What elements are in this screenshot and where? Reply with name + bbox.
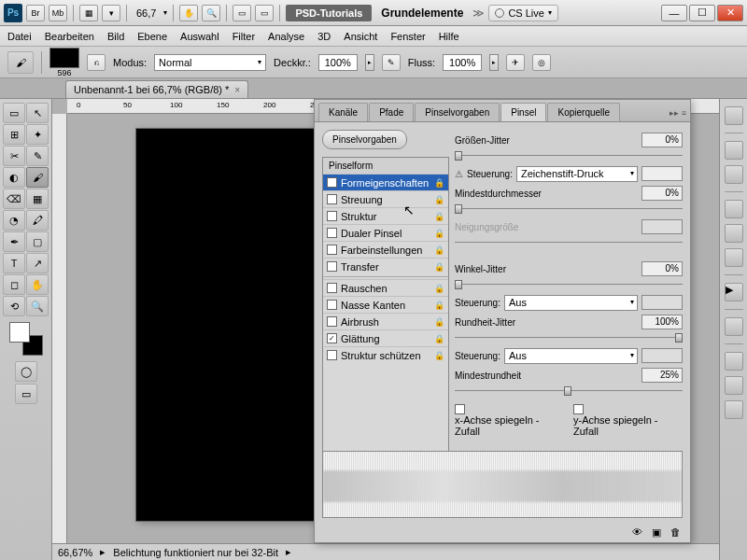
tool-4[interactable]: ✂ (3, 146, 25, 166)
checkbox[interactable]: ✓ (327, 177, 337, 188)
status-zoom[interactable]: 66,67% (58, 547, 92, 558)
airbrush-btn[interactable]: ✈ (506, 54, 525, 71)
dock-paths-icon[interactable] (725, 400, 743, 419)
lock-icon[interactable]: 🔒 (434, 212, 444, 221)
tool-13[interactable]: ▢ (26, 231, 49, 252)
menu-ansicht[interactable]: Ansicht (344, 31, 377, 42)
arrange-btn[interactable]: ▭ (233, 5, 251, 21)
lock-icon[interactable]: 🔒 (434, 301, 444, 310)
checkbox[interactable] (327, 194, 337, 204)
menu-filter[interactable]: Filter (233, 31, 255, 42)
min-diameter-value[interactable]: 0% (641, 186, 683, 201)
cslive-btn[interactable]: CS Live▾ (488, 5, 558, 21)
checkbox[interactable] (327, 261, 337, 272)
list-header[interactable]: Pinselform (323, 158, 448, 174)
control-select-2[interactable]: Aus (504, 295, 638, 311)
checkbox[interactable] (327, 300, 337, 310)
checkbox[interactable] (327, 283, 337, 293)
minibridge-btn[interactable]: Mb (49, 5, 67, 21)
dock-hist-icon[interactable] (725, 317, 743, 336)
view-btn[interactable]: ▦ (79, 5, 98, 21)
hand-btn[interactable]: ✋ (179, 5, 198, 21)
lock-icon[interactable]: 🔒 (434, 262, 444, 272)
min-diameter-slider[interactable] (455, 204, 683, 214)
lock-icon[interactable]: 🔒 (434, 351, 444, 360)
lock-icon[interactable]: 🔒 (434, 334, 444, 343)
screenmode-btn[interactable]: ▭ (255, 5, 274, 21)
checkbox[interactable] (327, 245, 337, 255)
chevron-right-icon[interactable]: ≫ (472, 7, 485, 20)
quickmask-btn[interactable]: ◯ (15, 361, 37, 382)
zoom-value[interactable]: 66,7 (133, 7, 160, 19)
roundness-jitter-slider[interactable] (455, 333, 683, 343)
lock-icon[interactable]: 🔒 (434, 317, 444, 327)
tool-12[interactable]: ✒ (3, 231, 25, 252)
tool-9[interactable]: ▦ (26, 189, 49, 209)
tool-17[interactable]: ✋ (26, 274, 49, 295)
list-item[interactable]: Rauschen🔒 (323, 279, 448, 296)
tool-10[interactable]: ◔ (3, 210, 25, 231)
tool-11[interactable]: 🖍 (26, 210, 49, 231)
menu-datei[interactable]: Datei (7, 31, 32, 42)
brush-tool-indicator[interactable]: 🖌 (7, 51, 34, 74)
bridge-btn[interactable]: Br (26, 5, 45, 21)
lock-icon[interactable]: 🔒 (434, 284, 444, 293)
menu-ebene[interactable]: Ebene (137, 31, 167, 42)
dock-icon-3[interactable] (725, 248, 743, 267)
screenmode-tool[interactable]: ▭ (15, 384, 37, 404)
min-roundness-value[interactable]: 25% (641, 368, 683, 383)
tool-8[interactable]: ⌫ (3, 189, 25, 209)
menu-auswahl[interactable]: Auswahl (180, 31, 219, 42)
new-preset-icon[interactable]: ▣ (652, 526, 661, 539)
min-roundness-slider[interactable] (455, 386, 683, 396)
panel-tab-pinselvorgaben[interactable]: Pinselvorgaben (415, 103, 500, 121)
angle-jitter-value[interactable]: 0% (641, 261, 683, 276)
tool-2[interactable]: ⊞ (3, 124, 25, 145)
lock-icon[interactable]: 🔒 (434, 195, 444, 204)
flow-input[interactable]: 100% (443, 54, 482, 71)
tool-19[interactable]: 🔍 (26, 296, 49, 316)
workspace-psd[interactable]: PSD-Tutorials (286, 5, 372, 21)
dock-play-icon[interactable]: ▶ (725, 283, 743, 301)
list-item[interactable]: Nasse Kanten🔒 (323, 296, 448, 313)
close-btn[interactable]: ✕ (717, 5, 743, 21)
lock-icon[interactable]: 🔒 (434, 245, 444, 255)
list-item[interactable]: Farbeinstellungen🔒 (323, 241, 448, 258)
view-btn2[interactable]: ▾ (102, 5, 120, 21)
flip-y-checkbox[interactable]: y-Achse spiegeln - Zufall (573, 404, 683, 437)
panel-menu-icon[interactable]: ▸▸ ≡ (666, 105, 690, 121)
opacity-input[interactable]: 100% (318, 54, 358, 71)
zoom-btn[interactable]: 🔍 (202, 5, 220, 21)
lock-icon[interactable]: 🔒 (434, 229, 444, 238)
trash-icon[interactable]: 🗑 (670, 526, 681, 539)
menu-hilfe[interactable]: Hilfe (439, 31, 459, 42)
dock-styles-icon[interactable] (725, 200, 743, 218)
menu-bearbeiten[interactable]: Bearbeiten (45, 31, 94, 42)
angle-jitter-slider[interactable] (455, 280, 683, 289)
dock-channels-icon[interactable] (725, 376, 743, 395)
tool-18[interactable]: ⟲ (3, 296, 25, 316)
dock-swatches-icon[interactable] (725, 224, 743, 243)
tablet-pressure-btn[interactable]: ◎ (532, 54, 551, 71)
list-item[interactable]: Airbrush🔒 (323, 313, 448, 329)
document-tab[interactable]: Unbenannt-1 bei 66,7% (RGB/8) * × (65, 80, 248, 98)
menu-analyse[interactable]: Analyse (268, 31, 304, 42)
canvas[interactable] (136, 129, 323, 521)
tool-7[interactable]: 🖌 (26, 167, 49, 188)
toggle-preview-icon[interactable]: 👁 (632, 526, 642, 539)
panel-tab-pfade[interactable]: Pfade (369, 103, 414, 121)
list-item[interactable]: Struktur🔒 (323, 207, 448, 224)
panel-tab-pinsel[interactable]: Pinsel (500, 103, 546, 121)
mode-select[interactable]: Normal (154, 54, 266, 71)
tool-6[interactable]: ◐ (3, 167, 25, 188)
checkbox[interactable] (327, 316, 337, 327)
tool-14[interactable]: T (3, 253, 25, 273)
menu-bild[interactable]: Bild (107, 31, 124, 42)
list-item[interactable]: Transfer🔒 (323, 258, 448, 274)
flip-x-checkbox[interactable]: x-Achse spiegeln - Zufall (455, 404, 564, 437)
list-item[interactable]: ✓Formeigenschaften🔒 (323, 174, 448, 190)
list-item[interactable]: Streuung🔒 (323, 190, 448, 207)
tool-15[interactable]: ↗ (26, 253, 49, 273)
color-swatches[interactable] (9, 322, 43, 356)
lock-icon[interactable]: 🔒 (434, 178, 444, 188)
